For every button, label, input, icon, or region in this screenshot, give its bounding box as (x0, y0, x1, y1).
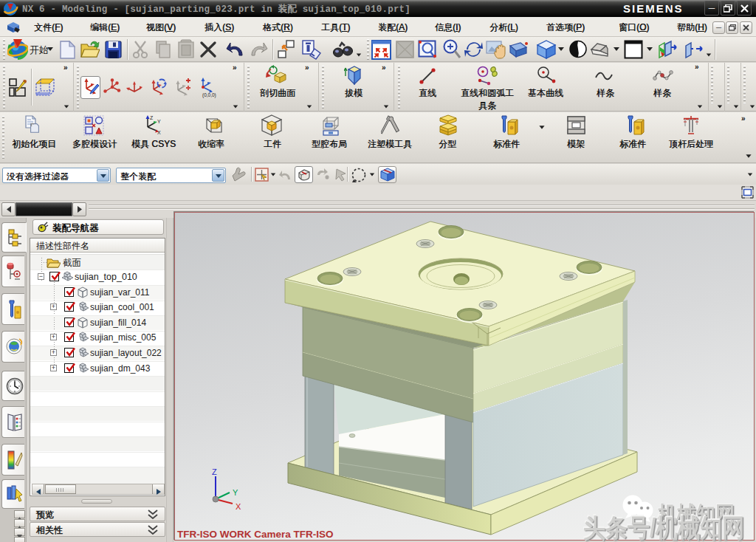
svg-text:Y: Y (233, 488, 238, 497)
svg-text:X: X (157, 130, 161, 135)
svg-text:X: X (236, 502, 241, 511)
svg-text:Y: Y (157, 119, 161, 124)
svg-text:Z: Z (150, 115, 154, 120)
svg-text:Z: Z (212, 467, 217, 476)
svg-text:(0,0,0): (0,0,0) (202, 92, 216, 98)
